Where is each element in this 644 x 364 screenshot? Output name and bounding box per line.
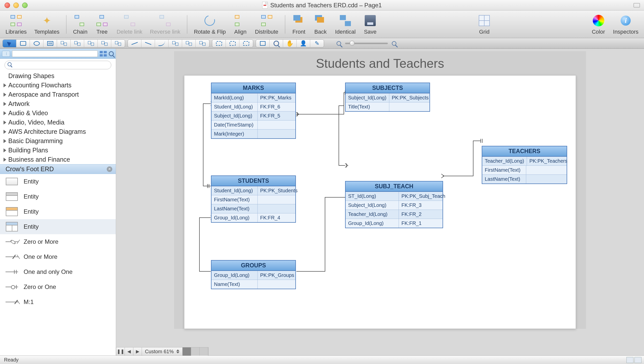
entity-row[interactable]: Date(TimeStamp) [211, 120, 295, 130]
diagram-page[interactable]: MARKS MarkId(Long)PK:PK_MarksStudent_Id(… [184, 75, 576, 329]
shape-item[interactable]: Entity [0, 189, 116, 204]
entity-subjects[interactable]: SUBJECTS Subject_Id(Long)PK:PK_SubjectsT… [345, 83, 430, 112]
category-item[interactable]: Artwork [0, 99, 116, 108]
shape-item[interactable]: Entity [0, 174, 116, 189]
connector-tool-1[interactable] [57, 40, 71, 47]
fullscreen-icon[interactable] [633, 3, 640, 8]
view-mode-icon[interactable] [626, 357, 633, 363]
shape-item[interactable]: Zero or More [0, 234, 116, 249]
rotate-flip-button[interactable]: Rotate & Flip [192, 13, 228, 36]
rect-tool[interactable] [16, 40, 30, 47]
category-selected[interactable]: Crow's Foot ERD × [0, 164, 116, 174]
connector-tool-2[interactable] [71, 40, 84, 47]
entity-row[interactable]: ST_Id(Long)PK:PK_Subj_Teach [346, 192, 443, 201]
category-item[interactable]: Audio & Video [0, 108, 116, 118]
connector-tool-5[interactable] [111, 40, 125, 47]
inspectors-button[interactable]: iInspectors [611, 13, 641, 36]
prev-page-button[interactable]: ◀ [125, 347, 133, 356]
entity-subj-teach[interactable]: SUBJ_TEACH ST_Id(Long)PK:PK_Subj_TeachSu… [345, 181, 443, 228]
ellipse-tool[interactable] [30, 40, 43, 47]
save-button[interactable]: Save [361, 13, 379, 36]
category-item[interactable]: Basic Diagramming [0, 136, 116, 146]
close-icon[interactable] [5, 3, 10, 8]
entity-row[interactable]: Student_Id(Long)PK:PK_Students [211, 186, 295, 195]
zoom-tool[interactable] [270, 40, 283, 47]
line-tool-1[interactable] [128, 40, 141, 47]
entity-row[interactable]: Name(Text) [211, 280, 295, 289]
entity-row[interactable]: Teacher_Id(Long)FK:FR_2 [346, 210, 443, 219]
identical-button[interactable]: Identical [333, 13, 358, 36]
connector-tool-3[interactable] [84, 40, 98, 47]
edit-tool-3[interactable] [239, 40, 253, 47]
distribute-button[interactable]: Distribute [253, 13, 280, 36]
entity-row[interactable]: Subject_Id(Long)FK:FR_5 [211, 111, 295, 120]
entity-row[interactable]: FirstName(Text) [211, 195, 295, 204]
reverse-link-button[interactable]: Reverse link [148, 13, 182, 36]
curve-tool[interactable] [155, 40, 169, 47]
entity-row[interactable]: MarkId(Long)PK:PK_Marks [211, 93, 295, 102]
search-icon[interactable] [109, 51, 114, 56]
entity-marks[interactable]: MARKS MarkId(Long)PK:PK_MarksStudent_Id(… [211, 83, 296, 139]
templates-button[interactable]: ✦Templates [32, 13, 61, 36]
shape-item[interactable]: M:1 [0, 294, 116, 310]
tree-toggle-button[interactable] [2, 51, 10, 57]
entity-row[interactable]: Group_Id(Long)FK:FR_4 [211, 213, 295, 222]
zoom-stepper[interactable] [176, 349, 179, 353]
libraries-button[interactable]: Libraries [4, 13, 29, 36]
line-tool-2[interactable] [141, 40, 155, 47]
tree-button[interactable]: Tree [93, 13, 111, 36]
front-button[interactable]: Front [290, 13, 308, 36]
zoom-thumb[interactable] [350, 41, 355, 46]
minimize-icon[interactable] [13, 3, 19, 8]
shape-item[interactable]: Entity [0, 204, 116, 219]
eyedropper-tool[interactable]: ✎ [310, 40, 324, 47]
page-tab-1[interactable] [183, 347, 191, 356]
polyline-tool[interactable] [169, 40, 182, 47]
category-item[interactable]: Audio, Video, Media [0, 118, 116, 127]
chain-button[interactable]: Chain [71, 13, 89, 36]
next-page-button[interactable]: ▶ [133, 347, 142, 356]
category-item[interactable]: Business and Finance [0, 155, 116, 164]
page-tab-2[interactable] [191, 347, 200, 356]
edit-tool-2[interactable] [226, 40, 239, 47]
entity-row[interactable]: Teacher_Id(Long)PK:PK_Teachers [482, 157, 567, 166]
zoom-icon[interactable] [22, 3, 28, 8]
library-search-input[interactable] [5, 61, 111, 69]
category-item[interactable]: AWS Architecture Diagrams [0, 127, 116, 136]
entity-students[interactable]: STUDENTS Student_Id(Long)PK:PK_StudentsF… [211, 175, 296, 223]
category-item[interactable]: Aerospace and Transport [0, 90, 116, 99]
category-item[interactable]: Accounting Flowcharts [0, 81, 116, 90]
zoom-fit-tool[interactable] [256, 40, 270, 47]
ortho-tool[interactable] [196, 40, 209, 47]
entity-row[interactable]: LastName(Text) [211, 204, 295, 213]
entity-row[interactable]: FirstName(Text) [482, 166, 567, 175]
back-button[interactable]: Back [311, 13, 330, 36]
close-icon[interactable]: × [107, 166, 112, 172]
entity-row[interactable]: Title(Text) [346, 102, 430, 111]
view-mode-icon[interactable] [634, 357, 641, 363]
entity-groups[interactable]: GROUPS Group_Id(Long)PK:PK_GroupsName(Te… [211, 260, 296, 289]
delete-link-button[interactable]: Delete link [115, 13, 144, 36]
canvas-scroll[interactable]: Students and Teachers [116, 49, 644, 355]
shape-item[interactable]: One or More [0, 249, 116, 264]
select-tool[interactable] [3, 40, 16, 47]
entity-row[interactable]: LastName(Text) [482, 175, 567, 184]
person-tool[interactable]: 👤 [297, 40, 310, 47]
align-button[interactable]: Align [231, 13, 249, 36]
category-item[interactable]: Building Plans [0, 146, 116, 155]
grid-view-icon[interactable] [100, 51, 107, 56]
entity-teachers[interactable]: TEACHERS Teacher_Id(Long)PK:PK_TeachersF… [482, 146, 567, 184]
grid-button[interactable]: Grid [475, 13, 493, 36]
connector-tool-4[interactable] [98, 40, 111, 47]
text-tool[interactable] [43, 40, 57, 47]
shape-item[interactable]: One and only One [0, 264, 116, 279]
entity-row[interactable]: Group_Id(Long)FK:FR_1 [346, 219, 443, 228]
page-tab-3[interactable] [200, 347, 208, 356]
zoom-out-icon[interactable] [337, 41, 341, 46]
entity-row[interactable]: Subject_Id(Long)PK:PK_Subjects [346, 93, 430, 102]
hand-tool[interactable]: ✋ [283, 40, 297, 47]
entity-row[interactable]: Subject_Id(Long)FK:FR_3 [346, 201, 443, 210]
zoom-track[interactable] [345, 43, 388, 44]
entity-row[interactable]: Group_Id(Long)PK:PK_Groups [211, 271, 295, 280]
color-button[interactable]: Color [589, 13, 608, 36]
